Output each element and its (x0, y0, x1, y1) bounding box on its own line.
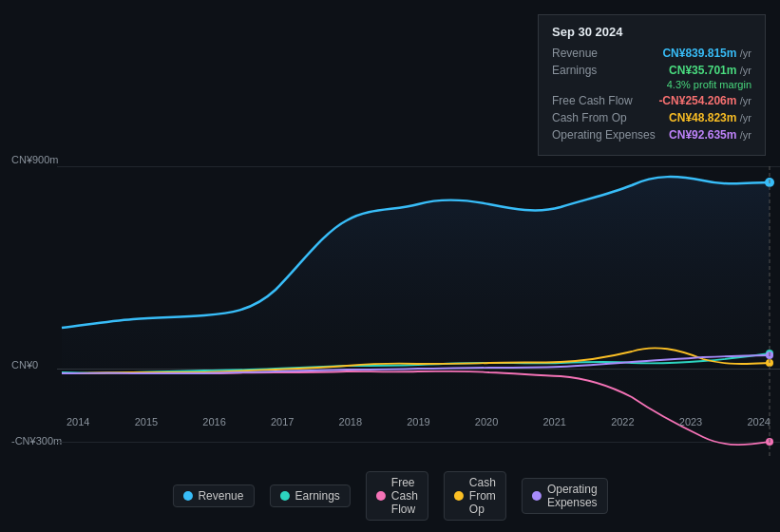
tooltip-profit-margin: 4.3% profit margin (552, 79, 751, 90)
legend-item-cashfromop[interactable]: Cash From Op (444, 471, 506, 521)
legend-dot-cashfromop (454, 491, 464, 501)
tooltip-label-opex: Operating Expenses (552, 128, 656, 142)
tooltip-row-revenue: Revenue CN¥839.815m /yr (552, 47, 751, 60)
tooltip-row-earnings: Earnings CN¥35.701m /yr (552, 64, 751, 77)
legend-dot-fcf (376, 491, 386, 501)
legend-label-opex: Operating Expenses (547, 483, 598, 509)
legend: Revenue Earnings Free Cash Flow Cash Fro… (172, 471, 607, 521)
x-label-2021: 2021 (542, 416, 565, 428)
x-label-2024: 2024 (747, 416, 770, 428)
tooltip-label-revenue: Revenue (552, 47, 598, 60)
x-label-2014: 2014 (67, 416, 89, 428)
legend-label-revenue: Revenue (198, 489, 243, 503)
legend-item-earnings[interactable]: Earnings (269, 484, 350, 507)
x-label-2022: 2022 (611, 416, 634, 428)
tooltip-label-cashfromop: Cash From Op (552, 111, 627, 124)
x-label-2015: 2015 (135, 416, 158, 428)
x-label-2017: 2017 (271, 416, 294, 428)
legend-item-opex[interactable]: Operating Expenses (522, 478, 608, 514)
tooltip-value-fcf: -CN¥254.206m /yr (658, 94, 751, 107)
tooltip-row-cashfromop: Cash From Op CN¥48.823m /yr (552, 111, 751, 124)
tooltip-value-opex: CN¥92.635m /yr (669, 128, 751, 142)
legend-item-revenue[interactable]: Revenue (172, 484, 254, 507)
tooltip-label-fcf: Free Cash Flow (552, 94, 633, 107)
legend-label-cashfromop: Cash From Op (469, 476, 496, 516)
x-label-2016: 2016 (202, 416, 225, 428)
tooltip-value-revenue: CN¥839.815m /yr (662, 47, 751, 60)
tooltip-label-earnings: Earnings (552, 64, 597, 77)
x-label-2018: 2018 (339, 416, 362, 428)
legend-dot-revenue (182, 491, 192, 501)
tooltip-date: Sep 30 2024 (552, 25, 751, 39)
legend-dot-earnings (279, 491, 289, 501)
tooltip-row-opex: Operating Expenses CN¥92.635m /yr (552, 128, 751, 142)
x-labels: 2014 2015 2016 2017 2018 2019 2020 2021 … (57, 416, 780, 428)
tooltip-value-cashfromop: CN¥48.823m /yr (669, 111, 751, 124)
tooltip-card: Sep 30 2024 Revenue CN¥839.815m /yr Earn… (538, 14, 766, 156)
legend-label-earnings: Earnings (295, 489, 339, 503)
legend-dot-opex (532, 491, 542, 501)
x-label-2020: 2020 (475, 416, 498, 428)
x-label-2019: 2019 (407, 416, 429, 428)
x-label-2023: 2023 (679, 416, 702, 428)
legend-item-fcf[interactable]: Free Cash Flow (366, 471, 428, 521)
tooltip-value-earnings: CN¥35.701m /yr (669, 64, 751, 77)
tooltip-row-fcf: Free Cash Flow -CN¥254.206m /yr (552, 94, 751, 107)
legend-label-fcf: Free Cash Flow (391, 476, 418, 516)
